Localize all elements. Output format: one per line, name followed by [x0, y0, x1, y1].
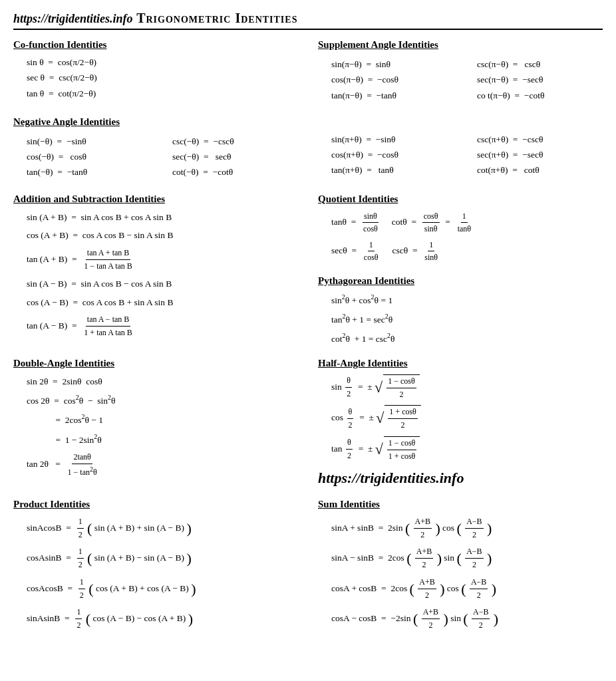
- pyth-f2: tan2θ + 1 = sec2θ: [331, 311, 603, 327]
- supplement-title: Supplement Angle Identities: [318, 39, 603, 51]
- quot-f1: tanθ = sinθ cosθ cotθ = cosθ sinθ = 1 ta…: [331, 210, 603, 235]
- dbl-f1: sin 2θ = 2sinθ cosθ: [27, 374, 298, 389]
- piplus-f5: sec(π+θ) = −secθ: [477, 148, 603, 162]
- neg-f2: cos(−θ) = cosθ: [27, 150, 152, 164]
- quot-f2: secθ = 1 cosθ cscθ = 1 sinθ: [331, 239, 603, 263]
- pythagorean-section: Pythagorean Identities sin2θ + cos2θ = 1…: [318, 275, 603, 346]
- supp-f1: sin(π−θ) = sinθ: [331, 58, 457, 71]
- piplus-f3: tan(π+θ) = tanθ: [331, 164, 457, 177]
- cofunction-section: Co-function Identities sin θ = cos(π/2−θ…: [13, 39, 298, 104]
- piplus-f4: csc(π+θ) = −cscθ: [477, 133, 603, 146]
- prod-f4: sinAsinB = 1 2 ( cos (A − B) − cos (A + …: [27, 606, 298, 632]
- header-url: https://trigidentities.info: [13, 12, 133, 26]
- supp-f2: cos(π−θ) = −cosθ: [331, 73, 457, 86]
- dbl-f5: tan 2θ = 2tanθ 1 − tan2θ: [27, 451, 298, 479]
- pi-plus-section: sin(π+θ) = −sinθ cos(π+θ) = −cosθ tan(π+…: [318, 116, 603, 182]
- sum-section: Sum Identities sinA + sinB = 2sin ( A+B …: [318, 499, 603, 636]
- sum-f3: cosA + cosB = 2cos ( A+B 2 ) cos ( A−B 2…: [331, 576, 603, 602]
- negative-title: Negative Angle Identities: [13, 116, 298, 128]
- neg-f5: sec(−θ) = secθ: [172, 150, 298, 164]
- neg-f1: sin(−θ) = −sinθ: [27, 135, 152, 148]
- half-section: Half-Angle Identities sin θ 2 = ± √ 1 − …: [318, 358, 603, 487]
- add-f6: tan (A − B) = tan A − tan B 1 + tan A ta…: [27, 313, 298, 339]
- add-f3: tan (A + B) = tan A + tan B 1 − tan A ta…: [27, 247, 298, 273]
- piplus-f1: sin(π+θ) = −sinθ: [331, 133, 457, 146]
- half-f3: tan θ 2 = ± √ 1 − cosθ 1 + cosθ: [331, 436, 603, 463]
- half-title: Half-Angle Identities: [318, 358, 603, 369]
- sum-title: Sum Identities: [318, 499, 603, 510]
- page-header: https://trigidentities.info Trigonometri…: [13, 11, 603, 30]
- supplement-section: Supplement Angle Identities sin(π−θ) = s…: [318, 39, 603, 104]
- right-mid-col: Quotient Identities tanθ = sinθ cosθ cot…: [318, 194, 603, 358]
- footer-url: https://trigidentities.info: [318, 470, 603, 487]
- pythagorean-title: Pythagorean Identities: [318, 275, 603, 287]
- pyth-f3: cot2θ + 1 = csc2θ: [331, 331, 603, 346]
- negative-section: Negative Angle Identities sin(−θ) = −sin…: [13, 116, 298, 182]
- sum-f2: sinA − sinB = 2cos ( A+B 2 ) sin ( A−B 2…: [331, 545, 603, 571]
- addition-title: Addition and Subtraction Identities: [13, 194, 298, 205]
- piplus-f2: cos(π+θ) = −cosθ: [331, 148, 457, 162]
- cofunction-f1: sin θ = cos(π/2−θ): [27, 56, 298, 69]
- dbl-f3: = 2cos2θ − 1: [53, 412, 298, 427]
- supp-f3: tan(π−θ) = −tanθ: [331, 89, 457, 102]
- neg-f6: cot(−θ) = −cotθ: [172, 166, 298, 179]
- add-f1: sin (A + B) = sin A cos B + cos A sin B: [27, 210, 298, 225]
- add-f2: cos (A + B) = cos A cos B − sin A sin B: [27, 228, 298, 243]
- product-section: Product Identities sinAcosB = 1 2 ( sin …: [13, 499, 298, 636]
- prod-f1: sinAcosB = 1 2 ( sin (A + B) + sin (A − …: [27, 515, 298, 541]
- add-f4: sin (A − B) = sin A cos B − cos A sin B: [27, 277, 298, 291]
- pyth-f1: sin2θ + cos2θ = 1: [331, 292, 603, 307]
- dbl-f2: cos 2θ = cos2θ − sin2θ: [27, 392, 298, 408]
- dbl-f4: = 1 − 2sin2θ: [53, 432, 298, 447]
- half-f1: sin θ 2 = ± √ 1 − cosθ 2: [331, 374, 603, 401]
- quotient-title: Quotient Identities: [318, 194, 603, 205]
- quotient-section: Quotient Identities tanθ = sinθ cosθ cot…: [318, 194, 603, 263]
- add-f5: cos (A − B) = cos A cos B + sin A sin B: [27, 295, 298, 310]
- supp-f4: csc(π−θ) = cscθ: [477, 58, 603, 71]
- half-f2: cos θ 2 = ± √ 1 + cosθ 2: [331, 405, 603, 432]
- neg-f3: tan(−θ) = −tanθ: [27, 166, 152, 179]
- addition-section: Addition and Subtraction Identities sin …: [13, 194, 298, 346]
- supp-f5: sec(π−θ) = −secθ: [477, 73, 603, 86]
- sum-f4: cosA − cosB = −2sin ( A+B 2 ) sin ( A−B …: [331, 606, 603, 632]
- cofunction-f2: sec θ = csc(π/2−θ): [27, 71, 298, 84]
- prod-f2: cosAsinB = 1 2 ( sin (A + B) − sin (A − …: [27, 545, 298, 571]
- double-title: Double-Angle Identities: [13, 358, 298, 369]
- piplus-f6: cot(π+θ) = cotθ: [477, 164, 603, 177]
- header-title: Trigonometric Identities: [133, 11, 298, 26]
- neg-f4: csc(−θ) = −cscθ: [172, 135, 298, 148]
- sum-f1: sinA + sinB = 2sin ( A+B 2 ) cos ( A−B 2…: [331, 515, 603, 541]
- double-section: Double-Angle Identities sin 2θ = 2sinθ c…: [13, 358, 298, 487]
- cofunction-f3: tan θ = cot(π/2−θ): [27, 87, 298, 100]
- prod-f3: cosAcosB = 1 2 ( cos (A + B) + cos (A − …: [27, 576, 298, 602]
- product-title: Product Identities: [13, 499, 298, 510]
- supp-f6: co t(π−θ) = −cotθ: [477, 89, 603, 102]
- cofunction-title: Co-function Identities: [13, 39, 298, 51]
